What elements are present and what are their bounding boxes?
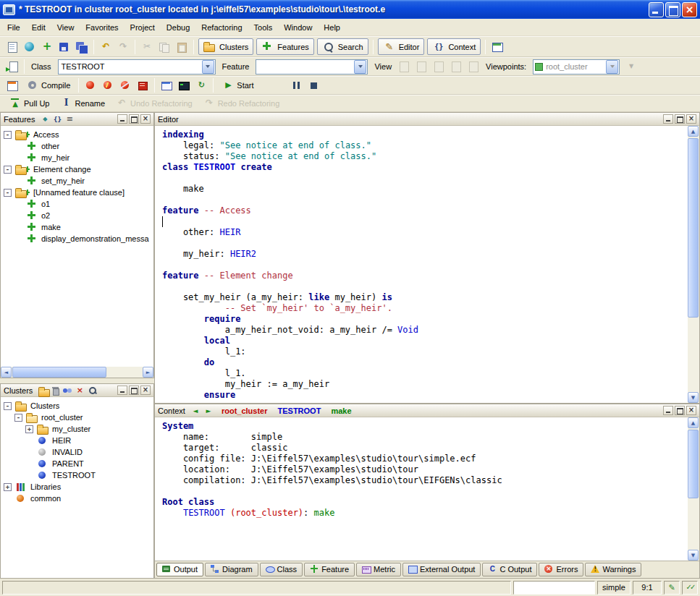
alias-button[interactable] bbox=[64, 114, 75, 124]
feature-combo[interactable] bbox=[256, 59, 368, 74]
update-button[interactable] bbox=[193, 77, 210, 94]
scroll-down-button[interactable] bbox=[688, 392, 699, 403]
scroll-track[interactable] bbox=[12, 367, 143, 378]
pane-minimize-button[interactable] bbox=[663, 114, 673, 124]
clusters-toggle[interactable]: Clusters bbox=[198, 38, 253, 55]
pull-up-button[interactable]: Pull Up bbox=[4, 95, 54, 112]
save-button[interactable] bbox=[56, 38, 73, 55]
tab-feature[interactable]: Feature bbox=[304, 563, 355, 576]
pane-minimize-button[interactable] bbox=[117, 114, 127, 124]
pane-close-button[interactable] bbox=[140, 114, 151, 124]
scroll-up-button[interactable] bbox=[688, 126, 699, 137]
history-forward-button[interactable] bbox=[203, 406, 214, 416]
pause-button[interactable] bbox=[288, 77, 305, 94]
start-button[interactable]: Start bbox=[216, 77, 258, 94]
features-hscrollbar[interactable] bbox=[1, 367, 153, 378]
tree-item-parent[interactable]: PARENT bbox=[1, 458, 153, 469]
collapse-toggle[interactable]: - bbox=[4, 131, 12, 139]
tree-item-common[interactable]: common bbox=[1, 493, 153, 504]
save-all-button[interactable] bbox=[73, 38, 90, 55]
features-tree[interactable]: -Accessothermy_heir-Element changeset_my… bbox=[1, 126, 153, 367]
tree-item-my-heir[interactable]: my_heir bbox=[1, 152, 153, 163]
crumb-root-cluster[interactable]: root_cluster bbox=[222, 406, 268, 415]
stop-button[interactable] bbox=[305, 77, 323, 94]
tree-item-access[interactable]: -Access bbox=[1, 129, 153, 140]
finalize-button[interactable] bbox=[134, 77, 151, 94]
quick-melt-button[interactable] bbox=[99, 77, 117, 94]
minimize-button[interactable] bbox=[649, 2, 664, 17]
crumb-make[interactable]: make bbox=[331, 406, 351, 415]
tree-item-root-cluster[interactable]: -root_cluster bbox=[1, 412, 153, 423]
melt-button[interactable] bbox=[82, 77, 99, 94]
editor-body[interactable]: indexing legal: "See notice at end of cl… bbox=[155, 126, 688, 403]
new-cluster-button[interactable] bbox=[37, 386, 49, 396]
menu-favorites[interactable]: Favorites bbox=[80, 20, 124, 35]
menu-project[interactable]: Project bbox=[125, 20, 161, 35]
tab-class[interactable]: Class bbox=[260, 563, 303, 576]
scroll-right-button[interactable] bbox=[143, 367, 153, 378]
class-combo-arrow[interactable] bbox=[202, 60, 214, 74]
scroll-thumb[interactable] bbox=[688, 138, 699, 318]
pane-maximize-button[interactable] bbox=[129, 386, 139, 395]
tree-item-make[interactable]: make bbox=[1, 221, 153, 233]
menu-help[interactable]: Help bbox=[318, 20, 346, 35]
tab-warnings[interactable]: Warnings bbox=[585, 563, 641, 576]
tab-errors[interactable]: Errors bbox=[539, 563, 583, 576]
new-editor-button[interactable] bbox=[4, 38, 21, 55]
collapse-toggle[interactable]: - bbox=[4, 189, 12, 197]
tree-item-invalid[interactable]: INVALID bbox=[1, 446, 153, 458]
editor-toggle[interactable]: Editor bbox=[378, 38, 425, 55]
delete-button[interactable] bbox=[49, 386, 61, 396]
pane-maximize-button[interactable] bbox=[129, 114, 139, 124]
class-combo[interactable]: TESTROOT bbox=[58, 59, 216, 74]
feature-clauses-button[interactable] bbox=[39, 114, 51, 124]
project-settings-button[interactable] bbox=[4, 77, 21, 94]
editor-vscrollbar[interactable] bbox=[688, 126, 699, 403]
tree-item-display-demonstration-messa[interactable]: display_demonstration_messa bbox=[1, 233, 153, 244]
pane-close-button[interactable] bbox=[140, 386, 151, 395]
tree-item-element-change[interactable]: -Element change bbox=[1, 163, 153, 175]
viewpoints-combo-arrow[interactable] bbox=[606, 60, 618, 74]
tree-item-unnamed-feature-clause[interactable]: -[Unnamed feature clause] bbox=[1, 187, 153, 198]
search-toggle[interactable]: Search bbox=[317, 38, 368, 55]
remove-button[interactable] bbox=[74, 386, 85, 396]
scroll-up-button[interactable] bbox=[688, 417, 699, 428]
tree-item-o1[interactable]: o1 bbox=[1, 198, 153, 210]
menu-refactoring[interactable]: Refactoring bbox=[195, 20, 248, 35]
signature-button[interactable] bbox=[51, 114, 63, 124]
features-toggle[interactable]: Features bbox=[256, 38, 313, 55]
context-toggle[interactable]: Context bbox=[427, 38, 481, 55]
expand-toggle[interactable]: + bbox=[4, 483, 12, 491]
feature-combo-arrow[interactable] bbox=[354, 60, 366, 74]
collapse-toggle[interactable]: - bbox=[4, 166, 12, 174]
freeze-button[interactable] bbox=[117, 77, 134, 94]
close-button[interactable] bbox=[682, 2, 697, 17]
compile-button[interactable]: Compile bbox=[21, 77, 75, 94]
collapse-toggle[interactable]: - bbox=[4, 402, 12, 410]
tab-output[interactable]: Output bbox=[156, 563, 203, 576]
crumb-testroot[interactable]: TESTROOT bbox=[278, 406, 321, 415]
tree-item-heir[interactable]: HEIR bbox=[1, 435, 153, 446]
tree-item-set-my-heir[interactable]: set_my_heir bbox=[1, 175, 153, 187]
context-body[interactable]: System name: simple target: classic conf… bbox=[155, 417, 688, 561]
scroll-thumb[interactable] bbox=[12, 367, 106, 378]
rename-button[interactable]: Rename bbox=[54, 95, 110, 112]
scroll-thumb[interactable] bbox=[688, 430, 699, 498]
tab-external-output[interactable]: External Output bbox=[402, 563, 481, 576]
collapse-toggle[interactable]: - bbox=[14, 414, 22, 422]
scroll-left-button[interactable] bbox=[1, 367, 12, 378]
expand-toggle[interactable]: + bbox=[25, 425, 33, 433]
pane-maximize-button[interactable] bbox=[675, 114, 685, 124]
system-info-button[interactable] bbox=[158, 77, 175, 94]
clusters-tree[interactable]: -Clusters-root_cluster+my_clusterHEIRINV… bbox=[1, 397, 153, 578]
classes-button[interactable] bbox=[62, 386, 73, 396]
pane-maximize-button[interactable] bbox=[675, 406, 685, 415]
find-button[interactable] bbox=[86, 386, 98, 396]
menu-debug[interactable]: Debug bbox=[161, 20, 195, 35]
open-console-button[interactable] bbox=[175, 77, 193, 94]
pane-minimize-button[interactable] bbox=[663, 406, 673, 415]
pane-close-button[interactable] bbox=[686, 406, 696, 415]
scroll-down-button[interactable] bbox=[688, 550, 699, 561]
tree-item-libraries[interactable]: +Libraries bbox=[1, 481, 153, 493]
menu-file[interactable]: File bbox=[1, 20, 26, 35]
